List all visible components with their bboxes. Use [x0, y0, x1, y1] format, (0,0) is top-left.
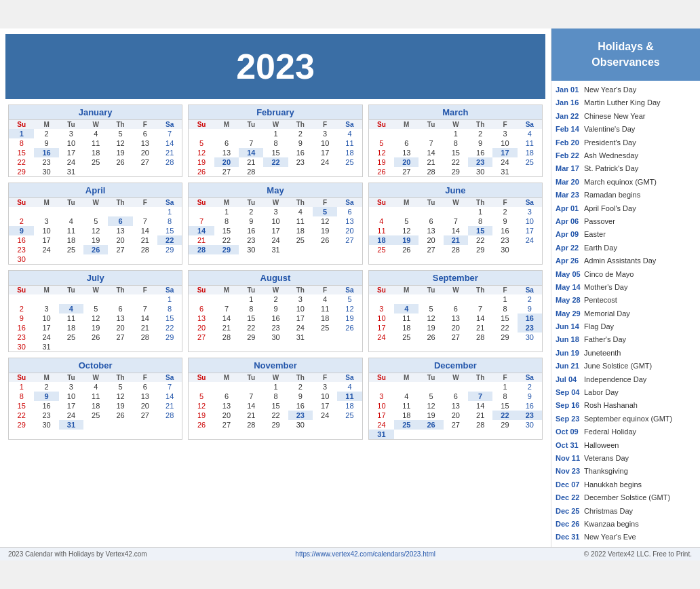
footer-left: 2023 Calendar with Holidays by Vertex42.… [8, 550, 147, 558]
month-april: April SuMTuWThFSa 1 2345678 910111213141… [8, 183, 182, 265]
month-july-title: July [9, 271, 182, 286]
sidebar-item-date: Dec 22 [556, 493, 581, 503]
sidebar-item-event: New Year's Day [584, 85, 636, 95]
month-october-title: October [9, 358, 182, 373]
sidebar-item-date: Sep 16 [556, 400, 581, 411]
sidebar-item-date: Feb 20 [556, 138, 581, 148]
sidebar-item: Dec 22December Solstice (GMT) [556, 491, 696, 504]
month-july-table: SuMTuWThFSa 1 2345678 9101112131415 1617… [9, 286, 182, 352]
month-august-title: August [189, 271, 362, 286]
month-january-table: SuMTuWThFSa 1234567 891011121314 1516171… [9, 120, 182, 176]
sidebar-item-event: March equinox (GMT) [584, 177, 657, 187]
sidebar-item-event: Admin Assistants Day [584, 256, 656, 266]
footer-link[interactable]: https://www.vertex42.com/calendars/2023.… [295, 550, 435, 558]
sidebar-item: Sep 23September equinox (GMT) [556, 413, 696, 425]
month-september-title: September [369, 271, 542, 286]
sidebar-item-date: Jan 16 [556, 98, 581, 108]
month-june-table: SuMTuWThFSa 123 45678910 11121314151617 … [369, 198, 542, 254]
sidebar-item-event: Mother's Day [584, 282, 627, 292]
sidebar-item-date: May 28 [556, 295, 581, 305]
sidebar-item: Jun 14Flag Day [556, 320, 696, 333]
sidebar-item-event: Veterans Day [584, 453, 629, 463]
sidebar-item: Feb 20President's Day [556, 136, 696, 149]
month-may-title: May [189, 183, 362, 198]
sidebar-item: Jan 01New Year's Day [556, 83, 696, 96]
sidebar-item-date: Jan 22 [556, 111, 581, 121]
sidebar-item-date: Jun 14 [556, 322, 581, 332]
sidebar-item-event: Rosh Hashanah [584, 400, 638, 411]
sidebar-item-event: Earth Day [584, 243, 617, 253]
months-grid: January SuMTuWThFSa 1234567 891011121314… [5, 104, 545, 440]
sidebar-item-event: Independence Day [584, 375, 646, 385]
sidebar-item: Feb 22Ash Wednesday [556, 149, 696, 162]
sidebar-item-event: Cinco de Mayo [584, 269, 634, 280]
sidebar-item-date: Apr 09 [556, 229, 581, 240]
page: 2023 January SuMTuWThFSa 1234567 8910111… [0, 28, 700, 560]
sidebar-item: Jul 04Independence Day [556, 373, 696, 386]
month-march-table: SuMTuWThFSa 1234 567891011 1213141516171… [369, 120, 542, 176]
sidebar-item: Sep 16Rosh Hashanah [556, 399, 696, 412]
sidebar-item-event: Valentine's Day [584, 124, 635, 134]
sidebar-item-event: September equinox (GMT) [584, 414, 672, 424]
sidebar-item: Jun 18Father's Day [556, 333, 696, 346]
sidebar-item-date: Jun 18 [556, 335, 581, 345]
main-content: 2023 January SuMTuWThFSa 1234567 8910111… [0, 28, 700, 546]
sidebar-item: Apr 22Earth Day [556, 242, 696, 254]
sidebar-item-date: Jun 19 [556, 348, 581, 358]
sidebar-item: Jan 16Martin Luther King Day [556, 96, 696, 109]
sidebar-item-date: Feb 22 [556, 151, 581, 161]
sidebar-item-event: New Year's Eve [584, 532, 636, 542]
sidebar-item-date: Dec 07 [556, 480, 581, 490]
month-september-table: SuMTuWThFSa 12 3456789 10111213141516 17… [369, 286, 542, 342]
sidebar-item: Apr 06Passover [556, 215, 696, 228]
month-october-table: SuMTuWThFSa 1234567 891011121314 1516171… [9, 373, 182, 430]
sidebar-list: Jan 01New Year's DayJan 16Martin Luther … [551, 81, 700, 547]
sidebar-item-date: Nov 11 [556, 453, 581, 463]
sidebar-item-event: St. Patrick's Day [584, 164, 638, 174]
sidebar-item-date: Jul 04 [556, 375, 581, 385]
year-title: 2023 [236, 47, 315, 86]
sidebar-item-event: Ramadan begins [584, 190, 640, 200]
sidebar-item-date: Apr 01 [556, 204, 581, 214]
month-november-title: November [189, 358, 362, 373]
sidebar-item-date: Jun 21 [556, 361, 581, 371]
month-august-table: SuMTuWThFSa 12345 6789101112 13141516171… [189, 286, 362, 342]
sidebar-item-event: Hanukkah begins [584, 480, 642, 490]
sidebar-item-event: Passover [584, 216, 615, 227]
sidebar-item-event: Chinese New Year [584, 111, 646, 121]
sidebar-item: Mar 20March equinox (GMT) [556, 176, 696, 189]
sidebar-item-date: Oct 31 [556, 440, 581, 451]
month-may: May SuMTuWThFSa 123456 78910111213 14151… [188, 183, 362, 265]
sidebar-item-date: Sep 04 [556, 387, 581, 398]
month-february-title: February [189, 105, 362, 120]
month-march: March SuMTuWThFSa 1234 567891011 1213141… [368, 104, 543, 177]
month-january: January SuMTuWThFSa 1234567 891011121314… [8, 104, 182, 177]
year-header: 2023 [5, 34, 545, 99]
month-october: October SuMTuWThFSa 1234567 891011121314… [8, 358, 182, 440]
month-january-title: January [9, 105, 182, 120]
sidebar-item: Nov 11Veterans Day [556, 452, 696, 465]
sidebar-item-event: Thanksgiving [584, 466, 628, 476]
sidebar-item-date: May 14 [556, 282, 581, 292]
footer-center: https://www.vertex42.com/calendars/2023.… [295, 550, 435, 558]
sidebar-item: Jun 19Juneteenth [556, 347, 696, 360]
footer-right: © 2022 Vertex42 LLC. Free to Print. [584, 550, 692, 558]
sidebar-item: Dec 31New Year's Eve [556, 531, 696, 544]
calendar-section: 2023 January SuMTuWThFSa 1234567 8910111… [0, 28, 551, 546]
month-september: September SuMTuWThFSa 12 3456789 1011121… [368, 270, 543, 352]
sidebar-item-date: Feb 14 [556, 124, 581, 134]
sidebar-item-event: Christmas Day [584, 506, 633, 516]
month-february: February SuMTuWThFSa 1234 567891011 1213… [188, 104, 362, 177]
sidebar-item-date: May 05 [556, 269, 581, 280]
sidebar-item-event: June Solstice (GMT) [584, 361, 652, 371]
sidebar-item-event: Labor Day [584, 387, 619, 398]
sidebar-item-date: May 29 [556, 309, 581, 319]
sidebar-header: Holidays &Observances [551, 28, 700, 81]
sidebar-item: Mar 23Ramadan begins [556, 189, 696, 202]
sidebar-item-event: President's Day [584, 138, 636, 148]
month-july: July SuMTuWThFSa 1 2345678 9101112131415… [8, 270, 182, 352]
sidebar-item: May 28Pentecost [556, 294, 696, 307]
sidebar-item-event: Juneteenth [584, 348, 621, 358]
month-december-table: SuMTuWThFSa 12 3456789 10111213141516 17… [369, 373, 542, 439]
sidebar-item: Sep 04Labor Day [556, 386, 696, 399]
